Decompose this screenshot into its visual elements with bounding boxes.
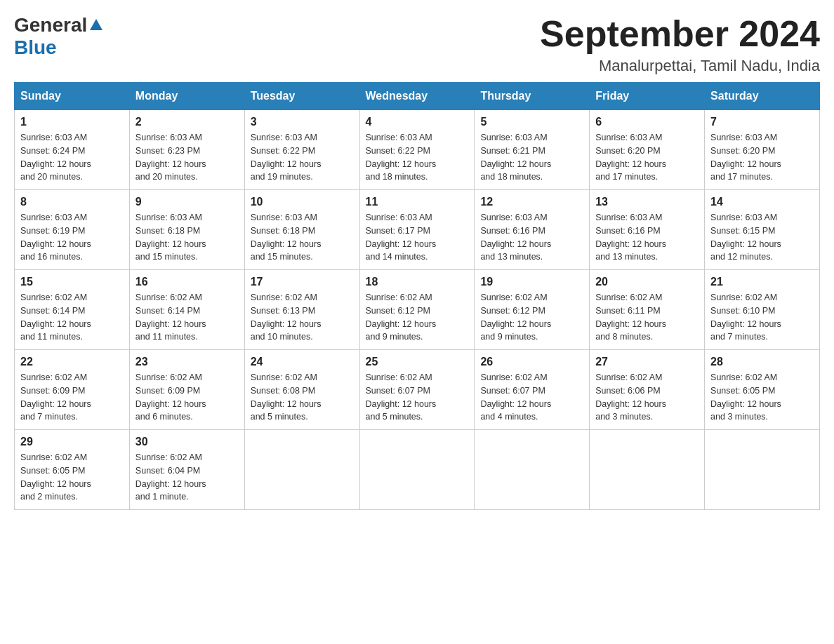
day-info: Sunrise: 6:02 AMSunset: 6:08 PMDaylight:… (251, 371, 354, 424)
day-number: 21 (710, 276, 814, 288)
day-info: Sunrise: 6:02 AMSunset: 6:09 PMDaylight:… (135, 371, 239, 424)
table-cell: 24Sunrise: 6:02 AMSunset: 6:08 PMDayligh… (244, 350, 359, 430)
table-cell: 25Sunrise: 6:02 AMSunset: 6:07 PMDayligh… (359, 350, 475, 430)
table-cell: 27Sunrise: 6:02 AMSunset: 6:06 PMDayligh… (590, 350, 705, 430)
day-number: 3 (251, 116, 354, 128)
table-cell: 30Sunrise: 6:02 AMSunset: 6:04 PMDayligh… (129, 430, 244, 510)
week-row-5: 29Sunrise: 6:02 AMSunset: 6:05 PMDayligh… (15, 430, 820, 510)
day-number: 19 (480, 276, 583, 288)
table-cell (475, 430, 590, 510)
day-number: 10 (251, 196, 354, 208)
table-cell: 18Sunrise: 6:02 AMSunset: 6:12 PMDayligh… (359, 270, 475, 350)
header-friday: Friday (590, 83, 705, 110)
header-tuesday: Tuesday (244, 83, 359, 110)
day-number: 11 (366, 196, 469, 208)
table-cell (359, 430, 475, 510)
table-cell: 9Sunrise: 6:03 AMSunset: 6:18 PMDaylight… (129, 190, 244, 270)
day-info: Sunrise: 6:02 AMSunset: 6:12 PMDaylight:… (366, 291, 469, 344)
logo-general: General (14, 14, 87, 36)
header-thursday: Thursday (475, 83, 590, 110)
day-info: Sunrise: 6:02 AMSunset: 6:14 PMDaylight:… (135, 291, 239, 344)
day-number: 4 (366, 116, 469, 128)
day-number: 27 (595, 356, 699, 368)
calendar-table: Sunday Monday Tuesday Wednesday Thursday… (14, 82, 820, 510)
day-info: Sunrise: 6:02 AMSunset: 6:12 PMDaylight:… (480, 291, 583, 344)
logo-blue: Blue (14, 36, 57, 58)
table-cell: 13Sunrise: 6:03 AMSunset: 6:16 PMDayligh… (590, 190, 705, 270)
table-cell: 3Sunrise: 6:03 AMSunset: 6:22 PMDaylight… (244, 110, 359, 190)
table-cell: 12Sunrise: 6:03 AMSunset: 6:16 PMDayligh… (475, 190, 590, 270)
logo: General Blue (14, 14, 104, 59)
day-number: 24 (251, 356, 354, 368)
day-number: 1 (20, 116, 124, 128)
table-cell: 20Sunrise: 6:02 AMSunset: 6:11 PMDayligh… (590, 270, 705, 350)
day-info: Sunrise: 6:02 AMSunset: 6:10 PMDaylight:… (710, 291, 814, 344)
day-number: 26 (480, 356, 583, 368)
header-sunday: Sunday (15, 83, 130, 110)
svg-marker-0 (90, 19, 102, 30)
table-cell: 23Sunrise: 6:02 AMSunset: 6:09 PMDayligh… (129, 350, 244, 430)
day-info: Sunrise: 6:02 AMSunset: 6:07 PMDaylight:… (480, 371, 583, 424)
day-number: 16 (135, 276, 239, 288)
week-row-4: 22Sunrise: 6:02 AMSunset: 6:09 PMDayligh… (15, 350, 820, 430)
day-info: Sunrise: 6:03 AMSunset: 6:23 PMDaylight:… (135, 131, 239, 184)
table-cell: 7Sunrise: 6:03 AMSunset: 6:20 PMDaylight… (705, 110, 820, 190)
header-monday: Monday (129, 83, 244, 110)
day-info: Sunrise: 6:03 AMSunset: 6:17 PMDaylight:… (366, 211, 469, 264)
week-row-1: 1Sunrise: 6:03 AMSunset: 6:24 PMDaylight… (15, 110, 820, 190)
day-number: 17 (251, 276, 354, 288)
day-info: Sunrise: 6:02 AMSunset: 6:14 PMDaylight:… (20, 291, 124, 344)
table-cell: 22Sunrise: 6:02 AMSunset: 6:09 PMDayligh… (15, 350, 130, 430)
table-cell (590, 430, 705, 510)
table-cell: 4Sunrise: 6:03 AMSunset: 6:22 PMDaylight… (359, 110, 475, 190)
day-number: 30 (135, 436, 239, 448)
day-number: 7 (710, 116, 814, 128)
day-info: Sunrise: 6:03 AMSunset: 6:22 PMDaylight:… (366, 131, 469, 184)
day-info: Sunrise: 6:03 AMSunset: 6:22 PMDaylight:… (251, 131, 354, 184)
table-cell (705, 430, 820, 510)
table-cell: 16Sunrise: 6:02 AMSunset: 6:14 PMDayligh… (129, 270, 244, 350)
week-row-2: 8Sunrise: 6:03 AMSunset: 6:19 PMDaylight… (15, 190, 820, 270)
table-cell: 15Sunrise: 6:02 AMSunset: 6:14 PMDayligh… (15, 270, 130, 350)
day-info: Sunrise: 6:02 AMSunset: 6:09 PMDaylight:… (20, 371, 124, 424)
day-number: 18 (366, 276, 469, 288)
day-number: 22 (20, 356, 124, 368)
day-info: Sunrise: 6:03 AMSunset: 6:24 PMDaylight:… (20, 131, 124, 184)
table-cell: 2Sunrise: 6:03 AMSunset: 6:23 PMDaylight… (129, 110, 244, 190)
logo-triangle-icon (88, 18, 104, 33)
week-row-3: 15Sunrise: 6:02 AMSunset: 6:14 PMDayligh… (15, 270, 820, 350)
day-number: 5 (480, 116, 583, 128)
day-number: 20 (595, 276, 699, 288)
table-cell: 26Sunrise: 6:02 AMSunset: 6:07 PMDayligh… (475, 350, 590, 430)
table-cell: 10Sunrise: 6:03 AMSunset: 6:18 PMDayligh… (244, 190, 359, 270)
location-subtitle: Manalurpettai, Tamil Nadu, India (540, 57, 820, 75)
day-info: Sunrise: 6:03 AMSunset: 6:19 PMDaylight:… (20, 211, 124, 264)
day-number: 9 (135, 196, 239, 208)
table-cell: 28Sunrise: 6:02 AMSunset: 6:05 PMDayligh… (705, 350, 820, 430)
day-info: Sunrise: 6:03 AMSunset: 6:15 PMDaylight:… (710, 211, 814, 264)
title-area: September 2024 Manalurpettai, Tamil Nadu… (540, 14, 820, 75)
day-info: Sunrise: 6:02 AMSunset: 6:05 PMDaylight:… (20, 451, 124, 504)
day-info: Sunrise: 6:02 AMSunset: 6:05 PMDaylight:… (710, 371, 814, 424)
table-cell: 17Sunrise: 6:02 AMSunset: 6:13 PMDayligh… (244, 270, 359, 350)
day-info: Sunrise: 6:03 AMSunset: 6:20 PMDaylight:… (710, 131, 814, 184)
table-cell (244, 430, 359, 510)
day-info: Sunrise: 6:02 AMSunset: 6:06 PMDaylight:… (595, 371, 699, 424)
header-saturday: Saturday (705, 83, 820, 110)
day-info: Sunrise: 6:03 AMSunset: 6:18 PMDaylight:… (251, 211, 354, 264)
table-cell: 14Sunrise: 6:03 AMSunset: 6:15 PMDayligh… (705, 190, 820, 270)
table-cell: 5Sunrise: 6:03 AMSunset: 6:21 PMDaylight… (475, 110, 590, 190)
table-cell: 11Sunrise: 6:03 AMSunset: 6:17 PMDayligh… (359, 190, 475, 270)
day-info: Sunrise: 6:03 AMSunset: 6:20 PMDaylight:… (595, 131, 699, 184)
day-info: Sunrise: 6:02 AMSunset: 6:07 PMDaylight:… (366, 371, 469, 424)
day-number: 13 (595, 196, 699, 208)
day-info: Sunrise: 6:03 AMSunset: 6:18 PMDaylight:… (135, 211, 239, 264)
table-cell: 1Sunrise: 6:03 AMSunset: 6:24 PMDaylight… (15, 110, 130, 190)
day-number: 28 (710, 356, 814, 368)
day-number: 15 (20, 276, 124, 288)
day-info: Sunrise: 6:03 AMSunset: 6:21 PMDaylight:… (480, 131, 583, 184)
day-number: 25 (366, 356, 469, 368)
day-info: Sunrise: 6:02 AMSunset: 6:04 PMDaylight:… (135, 451, 239, 504)
day-number: 8 (20, 196, 124, 208)
table-cell: 29Sunrise: 6:02 AMSunset: 6:05 PMDayligh… (15, 430, 130, 510)
